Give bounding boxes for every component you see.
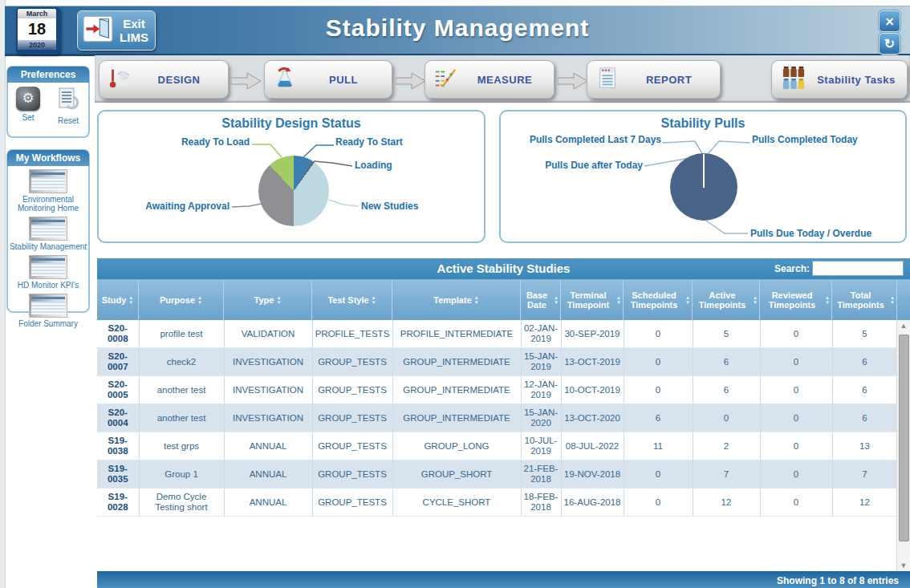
arrow-right-icon bbox=[558, 71, 588, 91]
sidebar-item-folder-summary[interactable]: Folder Summary bbox=[8, 294, 88, 328]
column-header-template[interactable]: Template▲▼ bbox=[392, 280, 521, 320]
design-step-label: DESIGN bbox=[138, 74, 220, 86]
table-cell: 12 bbox=[832, 489, 897, 517]
column-header-base-date[interactable]: Base Date▲▼ bbox=[521, 280, 561, 320]
sort-icon: ▲▼ bbox=[825, 295, 830, 305]
sidebar-item-environmental-monitoring-home[interactable]: Environmental Monitoring Home bbox=[8, 169, 88, 213]
column-header-purpose[interactable]: Purpose▲▼ bbox=[139, 280, 224, 320]
workflow-item-label: HD Monitor KPI's bbox=[18, 281, 79, 290]
column-header-type[interactable]: Type▲▼ bbox=[224, 280, 312, 320]
table-row[interactable]: S20-0004another testINVESTIGATIONGROUP_T… bbox=[97, 404, 897, 432]
table-cell: 0 bbox=[760, 348, 832, 376]
table-cell: 0 bbox=[624, 489, 693, 517]
table-row[interactable]: S20-0007check2INVESTIGATIONGROUP_TESTSGR… bbox=[97, 348, 897, 376]
table-cell: 15-JAN-2019 bbox=[521, 348, 561, 376]
pie-label-ready-to-load: Ready To Load bbox=[181, 136, 250, 148]
calendar-widget[interactable]: March 18 2020 bbox=[16, 7, 61, 55]
preferences-set-button[interactable]: ⚙ Set bbox=[16, 87, 40, 125]
table-row[interactable]: S20-0005another testINVESTIGATIONGROUP_T… bbox=[97, 376, 897, 404]
table-cell: 6 bbox=[832, 376, 897, 404]
close-icon[interactable]: ✕ bbox=[879, 10, 900, 32]
column-header-label: Active Timepoints bbox=[694, 290, 750, 310]
sort-icon: ▲▼ bbox=[372, 295, 376, 305]
pull-flask-icon bbox=[273, 66, 297, 93]
table-cell: 15-JAN-2020 bbox=[521, 404, 561, 432]
table-row[interactable]: S20-0008profile testVALIDATIONPROFILE_TE… bbox=[97, 320, 897, 348]
column-header-study[interactable]: Study▲▼ bbox=[97, 280, 139, 320]
exit-lims-button[interactable]: Exit LIMS bbox=[77, 10, 156, 51]
table-cell: 2 bbox=[693, 432, 760, 460]
table-cell: 0 bbox=[760, 376, 832, 404]
column-header-active-timepoints[interactable]: Active Timepoints▲▼ bbox=[693, 280, 760, 320]
column-header-total-timepoints[interactable]: Total Timepoints▲▼ bbox=[832, 280, 897, 320]
column-header-reviewed-timepoints[interactable]: Reviewed Timepoints▲▼ bbox=[760, 280, 832, 320]
table-cell: INVESTIGATION bbox=[224, 348, 312, 376]
sidebar-item-stability-management[interactable]: Stability Management bbox=[8, 217, 88, 251]
pie-label-pulls-completed-last-7-days: Pulls Completed Last 7 Days bbox=[530, 134, 661, 145]
report-step-button[interactable]: REPORT bbox=[587, 60, 721, 99]
table-cell: Group 1 bbox=[139, 460, 224, 489]
table-cell: GROUP_TESTS bbox=[312, 348, 392, 376]
table-cell: 0 bbox=[760, 460, 832, 489]
column-header-label: Type bbox=[254, 295, 274, 305]
table-cell: INVESTIGATION bbox=[224, 376, 312, 404]
refresh-icon[interactable]: ↻ bbox=[879, 33, 900, 55]
column-header-label: Template bbox=[433, 295, 471, 305]
sort-icon: ▲▼ bbox=[554, 295, 559, 305]
pie-label-awaiting-approval: Awaiting Approval bbox=[145, 201, 230, 212]
table-cell: 7 bbox=[832, 460, 897, 489]
table-body: S20-0008profile testVALIDATIONPROFILE_TE… bbox=[97, 320, 910, 572]
table-cell: 12-JAN-2019 bbox=[521, 376, 561, 404]
workflow-thumbnail-icon bbox=[29, 294, 67, 318]
study-id-cell: S20-0005 bbox=[97, 376, 139, 404]
scroll-down-icon[interactable]: ▼ bbox=[897, 560, 910, 572]
table-cell: 21-FEB-2018 bbox=[521, 460, 561, 489]
table-row[interactable]: S19-0028Demo Cycle Testing shortANNUALGR… bbox=[97, 489, 897, 517]
table-cell: GROUP_SHORT bbox=[392, 460, 521, 489]
measure-step-button[interactable]: MEASURE bbox=[425, 60, 555, 99]
study-id-cell: S19-0038 bbox=[97, 432, 139, 460]
stability-design-status-panel: Stability Design Status Ready To Load Re… bbox=[97, 110, 485, 243]
reset-label: Reset bbox=[58, 116, 79, 125]
table-row[interactable]: S19-0035Group 1ANNUALGROUP_TESTSGROUP_SH… bbox=[97, 460, 897, 489]
arrow-right-icon bbox=[396, 71, 426, 91]
column-header-label: Test Style bbox=[327, 295, 368, 305]
stability-tasks-button[interactable]: Stability Tasks bbox=[771, 60, 908, 99]
column-header-scheduled-timepoints[interactable]: Scheduled Timepoints▲▼ bbox=[624, 280, 693, 320]
column-header-terminal-timepoint[interactable]: Terminal Timepoint▲▼ bbox=[561, 280, 624, 320]
table-cell: GROUP_TESTS bbox=[312, 376, 392, 404]
table-cell: 18-FEB-2018 bbox=[521, 489, 561, 517]
preferences-reset-button[interactable]: Reset bbox=[56, 87, 80, 125]
table-cell: test grps bbox=[139, 432, 224, 460]
table-cell: 0 bbox=[624, 348, 693, 376]
table-cell: 16-AUG-2018 bbox=[561, 489, 624, 517]
active-stability-studies-table: Active Stability Studies Search: Study▲▼… bbox=[97, 258, 910, 571]
scroll-up-icon[interactable]: ▲ bbox=[897, 320, 910, 332]
arrow-right-icon bbox=[231, 71, 262, 91]
table-cell: 0 bbox=[760, 432, 832, 460]
table-cell: ANNUAL bbox=[224, 432, 312, 460]
table-cell: ANNUAL bbox=[224, 489, 312, 517]
table-footer-status: Showing 1 to 8 of 8 entries bbox=[97, 571, 910, 588]
table-cell: 11 bbox=[624, 432, 693, 460]
search-input[interactable] bbox=[812, 261, 904, 276]
sidebar-item-hd-monitor-kpis[interactable]: HD Monitor KPI's bbox=[8, 255, 88, 290]
workflow-item-label: Environmental Monitoring Home bbox=[8, 195, 88, 213]
table-cell: INVESTIGATION bbox=[224, 404, 312, 432]
pull-step-button[interactable]: PULL bbox=[264, 60, 392, 99]
column-header-test-style[interactable]: Test Style▲▼ bbox=[312, 280, 392, 320]
pie-label-pulls-due-today-overdue: Pulls Due Today / Overdue bbox=[750, 228, 871, 239]
table-row[interactable]: S19-0038test grpsANNUALGROUP_TESTSGROUP_… bbox=[97, 432, 897, 460]
column-header-label: Reviewed Timepoints bbox=[762, 290, 823, 310]
exit-door-icon bbox=[83, 15, 113, 46]
table-title-bar: Active Stability Studies Search: bbox=[97, 258, 910, 280]
scrollbar-thumb[interactable] bbox=[899, 335, 909, 541]
vertical-scrollbar[interactable]: ▲ ▼ bbox=[896, 320, 910, 572]
table-cell: PROFILE_TESTS bbox=[312, 320, 392, 348]
table-cell: 6 bbox=[832, 404, 897, 432]
design-status-pie-chart[interactable] bbox=[258, 156, 329, 226]
table-cell: 6 bbox=[693, 376, 760, 404]
preferences-header: Preferences bbox=[7, 67, 89, 83]
design-step-button[interactable]: DESIGN bbox=[99, 60, 229, 99]
table-cell: GROUP_INTERMEDIATE bbox=[392, 348, 521, 376]
